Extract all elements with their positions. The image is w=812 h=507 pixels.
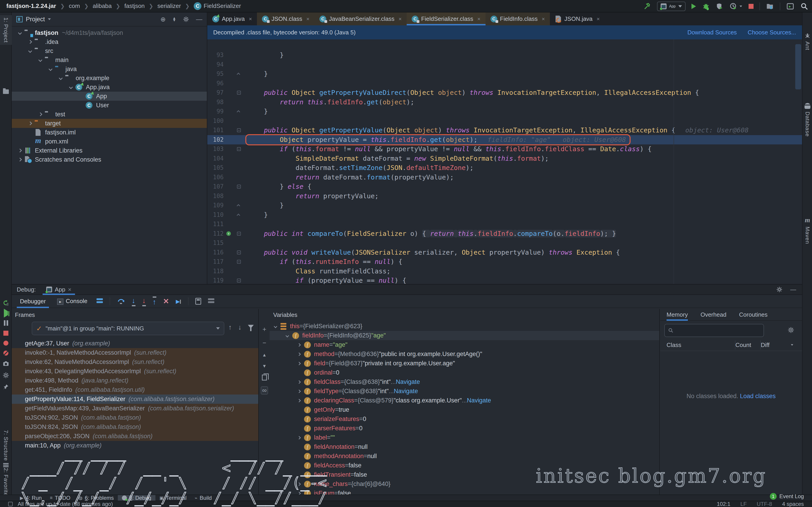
gear-icon[interactable]: [776, 286, 782, 293]
duplicate-icon[interactable]: [262, 375, 267, 381]
breadcrumb-class[interactable]: FieldSerializer: [204, 2, 241, 9]
locate-file-icon[interactable]: ⊕: [160, 16, 166, 23]
variable-row[interactable]: fgetOnly = true: [270, 405, 659, 414]
frame-row[interactable]: invoke:62, NativeMethodAccessorImpl(sun.…: [12, 357, 258, 367]
code-line[interactable]: 93 }: [207, 51, 802, 60]
chevron-down-icon[interactable]: [286, 334, 289, 337]
code-line[interactable]: 118 Class runtimeFieldClass;: [207, 267, 802, 276]
tree-row[interactable]: External Libraries: [12, 146, 207, 155]
move-down-icon[interactable]: ▼: [262, 363, 267, 369]
chevron-down-icon[interactable]: [274, 325, 277, 328]
chevron-down-icon[interactable]: [39, 58, 42, 62]
code-line[interactable]: 100: [207, 116, 802, 126]
stop-button[interactable]: [749, 4, 754, 9]
tree-row[interactable]: Scratches and Consoles: [12, 155, 207, 164]
prev-frame-icon[interactable]: ↑: [229, 324, 232, 331]
chevron-right-icon[interactable]: [297, 380, 301, 384]
chevron-right-icon[interactable]: [297, 352, 301, 356]
tab-debugger[interactable]: Debugger: [18, 296, 48, 306]
fold-collapse-icon[interactable]: [237, 147, 241, 151]
variable-row[interactable]: ffieldTransient = false: [270, 470, 659, 480]
code-line[interactable]: 94: [207, 60, 802, 69]
variable-row[interactable]: ffieldInfo = {FieldInfo@625} "age": [270, 331, 659, 340]
frame-row[interactable]: main:10, App(org.example): [12, 441, 258, 450]
debug-bug-button[interactable]: [702, 2, 710, 10]
settings-gear-icon[interactable]: [2, 372, 9, 379]
profiler-button[interactable]: [729, 2, 737, 10]
chevron-down-icon[interactable]: [49, 67, 53, 71]
step-over-icon[interactable]: [117, 297, 125, 305]
chevron-right-icon[interactable]: [297, 492, 301, 495]
drop-frame-icon[interactable]: ✕: [163, 297, 169, 305]
chevron-down-icon[interactable]: [69, 85, 73, 89]
memory-tab-coroutines[interactable]: Coroutines: [739, 309, 768, 320]
close-icon[interactable]: ×: [477, 16, 480, 22]
frame-row[interactable]: getPropertyValue:114, FieldSerializer(co…: [12, 395, 258, 404]
frame-row[interactable]: getAge:37, User(org.example): [12, 339, 258, 348]
frame-row[interactable]: invoke:498, Method(java.lang.reflect): [12, 376, 258, 385]
view-breakpoints-icon[interactable]: [3, 351, 8, 355]
project-structure-icon[interactable]: [766, 2, 774, 10]
code-line[interactable]: 99 }: [207, 107, 802, 116]
close-icon[interactable]: ×: [597, 16, 600, 22]
frame-row[interactable]: get:451, FieldInfo(com.alibaba.fastjson.…: [12, 385, 258, 395]
next-frame-icon[interactable]: ↓: [238, 324, 242, 331]
memory-tab-memory[interactable]: Memory: [667, 309, 688, 320]
variable-row[interactable]: fparserFeatures = 0: [270, 424, 659, 433]
tree-row[interactable]: fastjson.iml: [12, 128, 207, 137]
fold-end-icon[interactable]: [237, 73, 240, 76]
fold-collapse-icon[interactable]: [237, 128, 241, 132]
step-out-icon[interactable]: ↑: [153, 296, 156, 306]
gear-icon[interactable]: [788, 327, 794, 333]
chevron-right-icon[interactable]: [28, 40, 32, 44]
file-encoding[interactable]: UTF-8: [757, 501, 772, 507]
tree-row[interactable]: CApp.java: [12, 82, 207, 92]
code-line[interactable]: 110 }: [207, 210, 802, 220]
code-line[interactable]: 101 public Object getPropertyValue(Objec…: [207, 126, 802, 135]
chevron-right-icon[interactable]: [297, 362, 301, 365]
thread-selector[interactable]: ✓ "main"@1 in group "main": RUNNING: [32, 322, 224, 335]
variable-row[interactable]: ffieldAnnotation = null: [270, 442, 659, 452]
tool-window-button-ant[interactable]: Ant: [803, 33, 812, 50]
chevron-right-icon[interactable]: [28, 121, 32, 125]
coverage-shield-button[interactable]: [716, 2, 724, 10]
frame-row[interactable]: invoke0:-1, NativeMethodAccessorImpl(sun…: [12, 348, 258, 357]
close-icon[interactable]: ×: [249, 16, 252, 22]
tool-window-button-terminal[interactable]: ▣Terminal: [155, 495, 191, 501]
chevron-right-icon[interactable]: [297, 436, 301, 439]
force-step-into-icon[interactable]: ↓: [142, 296, 146, 306]
breadcrumb[interactable]: fastjson-1.2.24.jar❯com❯alibaba❯fastjson…: [6, 2, 241, 10]
variable-row[interactable]: fisEnum = false: [270, 489, 659, 495]
caret-position[interactable]: 102:1: [717, 501, 730, 507]
hide-panel-icon[interactable]: —: [196, 16, 202, 23]
editor-tab[interactable]: JSON.java×: [550, 12, 605, 25]
column-header-diff[interactable]: Diff: [761, 342, 788, 349]
tool-window-button-database[interactable]: Database: [803, 103, 812, 137]
collapse-all-icon[interactable]: ▲▼: [172, 17, 176, 22]
code-line[interactable]: 112↑ public int compareTo(FieldSerialize…: [207, 229, 802, 238]
fold-collapse-icon[interactable]: [237, 185, 241, 188]
navigate-link[interactable]: Navigate: [394, 388, 418, 395]
code-line[interactable]: 103 if (this.format != null && propertyV…: [207, 145, 802, 154]
tree-row[interactable]: java: [12, 64, 207, 73]
frame-row[interactable]: invoke:43, DelegatingMethodAccessorImpl(…: [12, 367, 258, 376]
variable-row[interactable]: fserialzeFeatures = 0: [270, 414, 659, 424]
code-line[interactable]: 115: [207, 238, 802, 248]
variable-row[interactable]: flabel = "": [270, 433, 659, 442]
code-line[interactable]: 106 return dateFormat.format(propertyVal…: [207, 173, 802, 182]
tree-row[interactable]: pom.xml: [12, 137, 207, 146]
fold-collapse-icon[interactable]: [237, 250, 241, 255]
chevron-right-icon[interactable]: [297, 399, 301, 402]
breadcrumb-item[interactable]: fastjson-1.2.24.jar: [6, 2, 56, 9]
camera-snapshot-icon[interactable]: [3, 360, 9, 367]
editor-tab[interactable]: CJavaBeanSerializer.class×: [314, 12, 407, 25]
breadcrumb-item[interactable]: fastjson: [124, 2, 145, 9]
close-icon[interactable]: ×: [306, 16, 309, 22]
chevron-right-icon[interactable]: [18, 149, 22, 153]
run-anything-icon[interactable]: [786, 2, 794, 10]
tool-window-button-debug[interactable]: 5: Debug: [118, 495, 155, 501]
close-icon[interactable]: ×: [399, 16, 402, 22]
variable-row[interactable]: ffield = {Field@637} "private int org.ex…: [270, 359, 659, 368]
fold-end-icon[interactable]: [237, 214, 240, 217]
step-into-icon[interactable]: ↓: [132, 296, 136, 306]
